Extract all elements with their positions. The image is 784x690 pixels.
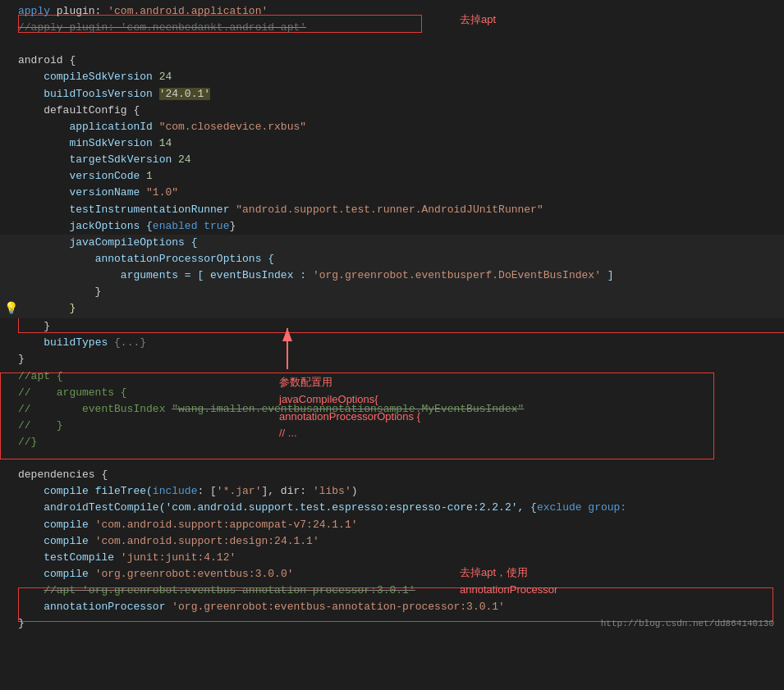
line-24: // arguments { — [0, 385, 784, 401]
line-37: annotationProcessor 'org.greenrobot:even… — [0, 599, 784, 615]
code-editor: 去掉apt 参数配置用 javaCompileOptions{ annotati… — [0, 0, 784, 636]
line-23: //apt { — [0, 368, 784, 385]
line-9: minSdkVersion 14 — [0, 135, 784, 152]
line-16: annotationProcessorOptions { — [0, 251, 784, 267]
line-7: defaultConfig { — [0, 103, 784, 119]
line-36: //apt 'org.greenrobot:eventbus-annotatio… — [0, 583, 784, 599]
line-8: applicationId "com.closedevice.rxbus" — [0, 119, 784, 135]
line-14: jackOptions {enabled true} — [0, 218, 784, 235]
line-15: javaCompileOptions { — [0, 235, 784, 251]
line-1: apply plugin: 'com.android.application' — [0, 3, 784, 20]
line-30: compile fileTree(include: ['*.jar'], dir… — [0, 483, 784, 500]
line-26: // } — [0, 418, 784, 434]
line-13: testInstrumentationRunner "android.suppo… — [0, 202, 784, 218]
line-25: // eventBusIndex "wang.imallen.eventbusa… — [0, 401, 784, 418]
line-17: arguments = [ eventBusIndex : 'org.green… — [0, 267, 784, 284]
line-29: dependencies { — [0, 467, 784, 483]
line-33: compile 'com.android.support:design:24.1… — [0, 533, 784, 550]
line-32: compile 'com.android.support:appcompat-v… — [0, 517, 784, 533]
line-6: buildToolsVersion '24.0.1' — [0, 86, 784, 103]
line-34: testCompile 'junit:junit:4.12' — [0, 550, 784, 566]
line-5: compileSdkVersion 24 — [0, 69, 784, 85]
line-19: 💡 } — [0, 300, 784, 318]
line-3 — [0, 36, 784, 53]
line-28 — [0, 450, 784, 467]
line-22: } — [0, 351, 784, 368]
bulb-icon: 💡 — [7, 300, 18, 318]
line-4: android { — [0, 53, 784, 69]
line-21: buildTypes {...} — [0, 335, 784, 351]
footer-url: http://blog.csdn.net/dd864140130 — [601, 617, 774, 631]
line-10: targetSdkVersion 24 — [0, 152, 784, 168]
line-35: compile 'org.greenrobot:eventbus:3.0.0' — [0, 566, 784, 583]
line-2: //apply plugin: 'com.neenbedankt.android… — [0, 20, 784, 36]
line-20: } — [0, 318, 784, 335]
content-1: apply plugin: 'com.android.application' — [18, 3, 784, 20]
line-27: //} — [0, 434, 784, 450]
line-18: } — [0, 284, 784, 300]
line-31: androidTestCompile('com.android.support.… — [0, 500, 784, 516]
line-12: versionName "1.0" — [0, 185, 784, 201]
line-11: versionCode 1 — [0, 168, 784, 185]
content-2: //apply plugin: 'com.neenbedankt.android… — [18, 20, 784, 36]
